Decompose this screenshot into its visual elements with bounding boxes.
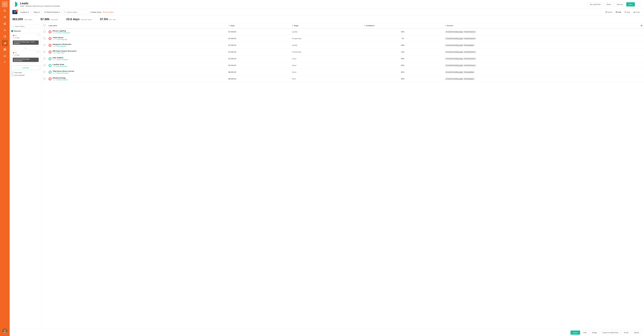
filter-2-close[interactable]: ✕	[37, 51, 39, 53]
row-checkbox[interactable]	[44, 37, 45, 39]
add-filter-button[interactable]: Add filter	[11, 66, 40, 70]
building-icon[interactable]	[2, 21, 8, 27]
row-checkbox[interactable]	[44, 64, 45, 66]
filter-2-isnot-radio[interactable]: Is not	[13, 54, 39, 56]
last-contacted-filter[interactable]: Last contacted	[11, 74, 40, 76]
row-checkbox[interactable]	[44, 31, 45, 33]
value-filter-icon[interactable]: ▼	[228, 25, 230, 27]
email-button[interactable]: Email	[622, 330, 631, 335]
filter-group-2: ✕ Is Is not ArrowGrid landing page - Mun…	[11, 50, 40, 63]
lead-person[interactable]: James Urbaniak	[56, 59, 68, 61]
export-mailchimp-button[interactable]: Export to MailChimp	[600, 330, 621, 335]
search-icon[interactable]	[2, 8, 8, 14]
sources-filter-active-icon[interactable]: ▼	[445, 25, 446, 27]
save-as-button[interactable]: Save as	[614, 2, 625, 7]
filter-1-is-radio[interactable]: Is	[13, 35, 39, 36]
list-view-button[interactable]: List	[614, 11, 622, 14]
lead-id: 1245	[52, 66, 56, 67]
select-all-checkbox[interactable]	[44, 25, 45, 26]
filter-1-close[interactable]: ✕	[37, 34, 39, 36]
map-label: Map	[627, 11, 630, 13]
value-cell: $7,500.00	[227, 35, 290, 42]
content-area: Sources ✕ Is Is not A	[10, 23, 644, 329]
lead-person[interactable]: Danny Constantino	[56, 32, 70, 34]
question-icon[interactable]: ?	[2, 59, 8, 65]
filter-button[interactable]: 1	[12, 10, 18, 14]
row-checkbox[interactable]	[44, 44, 45, 46]
user-avatar[interactable]	[2, 328, 8, 333]
search-input[interactable]	[67, 11, 88, 13]
sources-checkbox[interactable]	[11, 30, 13, 32]
row-checkbox[interactable]	[44, 58, 45, 59]
lead-person[interactable]: Everett Goforth	[56, 65, 67, 67]
close-date-filter[interactable]: Close date	[11, 72, 40, 74]
filter-2-tag: ArrowGrid landing page - Municipalities	[13, 58, 39, 62]
row-checkbox[interactable]	[44, 51, 45, 53]
table-row: Recore Lighting 1013 Danny Constantino $…	[42, 28, 644, 35]
more-options-button[interactable]: ⋮	[636, 2, 641, 7]
person-icon[interactable]	[2, 27, 8, 33]
status-dropdown[interactable]: Status ▾	[32, 10, 42, 14]
bell-icon[interactable]	[2, 53, 8, 59]
lead-person[interactable]: Patricia Gannon	[56, 79, 68, 81]
bar-chart-icon[interactable]	[2, 40, 8, 46]
confidence-filter-icon[interactable]: ▼	[364, 25, 365, 27]
svg-rect-8	[4, 43, 5, 44]
assignee-dropdown[interactable]: Assignee ▾	[18, 10, 30, 14]
columns-config-icon[interactable]: ⊞	[641, 24, 642, 27]
stage-cell: Prospecting	[290, 49, 362, 55]
table-row: Lamfind Solar 1245 Everett Goforth $7,50…	[42, 62, 644, 69]
remove-filters-link[interactable]: Remove filters	[103, 11, 114, 13]
filter-sidebar: Sources ✕ Is Is not A	[10, 23, 42, 329]
filter-search-bar[interactable]	[11, 25, 40, 28]
row-checkbox[interactable]	[44, 78, 45, 80]
export-button[interactable]: Export	[570, 330, 580, 335]
svg-rect-10	[4, 48, 5, 49]
confidence-cell: 80%	[362, 55, 443, 62]
lead-person[interactable]: Carol Reynolds	[56, 39, 67, 41]
lead-person[interactable]: Polly Pinon	[56, 52, 64, 54]
delete-button[interactable]: Delete	[632, 330, 641, 335]
lead-status-icon	[48, 64, 52, 67]
headset-icon[interactable]	[2, 14, 8, 20]
lead-status-icon	[48, 37, 52, 40]
svg-point-16	[44, 12, 46, 13]
chart-view-button[interactable]: Chart	[632, 11, 641, 14]
table-icon[interactable]	[2, 47, 8, 52]
assignee-chevron: ▾	[28, 11, 29, 13]
board-view-button[interactable]: Board	[604, 11, 614, 14]
filter-search-input[interactable]	[15, 26, 39, 28]
share-button[interactable]: Share	[604, 2, 614, 7]
lead-person[interactable]: Gary Williams	[56, 45, 66, 47]
lead-id: 1021	[52, 39, 56, 40]
svg-rect-25	[634, 12, 634, 13]
filter-2-is-radio[interactable]: Is	[13, 52, 39, 54]
row-checkbox-cell	[42, 42, 47, 49]
pie-chart-icon[interactable]	[2, 34, 8, 40]
row-checkbox[interactable]	[44, 71, 45, 73]
svg-line-1	[5, 11, 6, 12]
my-saved-lists-button[interactable]: My saved lists	[588, 2, 603, 7]
extra-filters: Close date Last contacted	[11, 72, 40, 76]
avg-value-label: Avg value	[50, 19, 58, 21]
table-row: Betatechnology 1167 Patricia Gannon $9,0…	[42, 76, 644, 82]
lead-person[interactable]: Felicia Champion	[56, 72, 69, 74]
merge-button[interactable]: Merge	[590, 330, 599, 335]
stage-filter-icon[interactable]: ▼	[292, 25, 294, 27]
map-view-button[interactable]: Map	[623, 11, 632, 14]
confidence-cell: 95%	[362, 62, 443, 69]
value-cell: $9,000.00	[227, 76, 290, 82]
save-button[interactable]: Save	[626, 2, 635, 7]
value-sort-icon[interactable]: ↕	[235, 25, 236, 27]
lead-name-header: Lead name	[47, 23, 227, 28]
total-value-label: Total value	[24, 19, 32, 21]
bottom-action-bar: Export Edit Merge Export to MailChimp Em…	[10, 329, 644, 336]
filter-1-isnot-radio[interactable]: Is not	[13, 37, 39, 39]
search-bar[interactable]	[63, 10, 90, 14]
value-header: ▼ Value ↕	[227, 23, 290, 28]
pipeline-dropdown[interactable]: Default Pipeline ▾	[43, 10, 62, 14]
edit-button[interactable]: Edit	[581, 330, 589, 335]
lead-status-icon	[48, 57, 52, 60]
add-icon[interactable]: +	[2, 1, 8, 7]
view-buttons: Board List Map Chart	[604, 11, 641, 14]
